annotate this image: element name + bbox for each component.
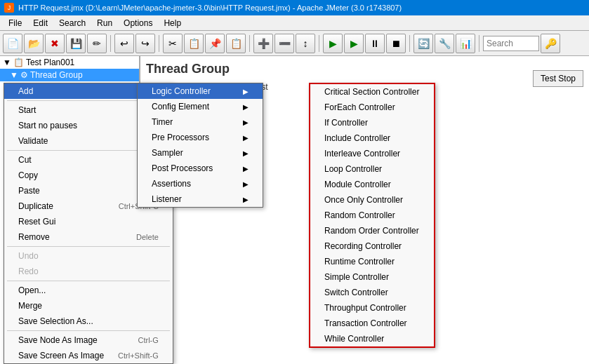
lc-item-label-9: Random Order Controller — [324, 226, 419, 236]
undo-button[interactable]: ↩ — [114, 34, 134, 53]
settings-button[interactable]: 🔧 — [435, 34, 454, 53]
paste2-button[interactable]: 📋 — [226, 34, 246, 53]
ctx-sep5 — [7, 330, 170, 331]
logic-controller-submenu[interactable]: Critical Section ControllerForEach Contr… — [309, 83, 435, 348]
lc-item-5[interactable]: Loop Controller — [310, 161, 434, 177]
add-timer-arrow: ▶ — [243, 119, 249, 126]
testplan-label: Test Plan001 — [26, 58, 74, 67]
clear-button[interactable]: 🔄 — [413, 34, 433, 53]
remove-toolbar-button[interactable]: ➖ — [274, 34, 294, 53]
lc-item-label-7: Once Only Controller — [324, 195, 403, 205]
ctx-open-label: Open... — [18, 285, 46, 295]
start-np-button[interactable]: ▶ — [344, 34, 364, 53]
ctx-save-screen-image[interactable]: Save Screen As Image Ctrl+Shift-G — [4, 348, 173, 363]
lc-item-3[interactable]: Include Controller — [310, 130, 434, 146]
add-sampler[interactable]: Sampler ▶ — [138, 145, 263, 161]
test-stop-button[interactable]: Test Stop — [533, 70, 583, 87]
add-timer-label: Timer — [152, 117, 173, 127]
start-button[interactable]: ▶ — [323, 34, 343, 53]
lc-item-1[interactable]: ForEach Controller — [310, 100, 434, 115]
new-button[interactable]: 📄 — [3, 34, 22, 53]
menu-help[interactable]: Help — [158, 17, 187, 29]
menu-search[interactable]: Search — [53, 17, 91, 29]
lc-item-7[interactable]: Once Only Controller — [310, 192, 434, 208]
add-config-element[interactable]: Config Element ▶ — [138, 99, 263, 114]
menu-file[interactable]: File — [3, 17, 27, 29]
lc-item-10[interactable]: Recording Controller — [310, 238, 434, 254]
menu-run[interactable]: Run — [91, 17, 118, 29]
edit-button[interactable]: ✏ — [87, 34, 107, 53]
ctx-remove-label: Remove — [18, 232, 50, 242]
menu-edit[interactable]: Edit — [27, 17, 53, 29]
add-config-label: Config Element — [152, 102, 209, 112]
sep5 — [409, 35, 410, 52]
add-toolbar-button[interactable]: ➕ — [253, 34, 273, 53]
add-sampler-arrow: ▶ — [243, 149, 249, 157]
save2-button[interactable]: 💾 — [66, 34, 86, 53]
add-logic-label: Logic Controller — [152, 86, 211, 96]
ctx-open[interactable]: Open... — [4, 283, 173, 298]
ctx-merge[interactable]: Merge — [4, 298, 173, 314]
ctx-paste-label: Paste — [18, 186, 40, 196]
add-assertions-arrow: ▶ — [243, 180, 249, 188]
ctx-start-label: Start — [18, 105, 36, 115]
lc-item-label-6: Module Controller — [324, 180, 391, 189]
add-listener[interactable]: Listener ▶ — [138, 191, 263, 207]
lc-item-12[interactable]: Simple Controller — [310, 269, 434, 285]
lc-item-13[interactable]: Switch Controller — [310, 285, 434, 300]
add-pre-processors[interactable]: Pre Processors ▶ — [138, 130, 263, 145]
ctx-undo: Undo — [4, 248, 173, 264]
ctx-save-node-image[interactable]: Save Node As Image Ctrl-G — [4, 332, 173, 348]
expand-icon2: ▼ — [10, 70, 18, 80]
lc-item-15[interactable]: Transaction Controller — [310, 316, 434, 331]
paste-button[interactable]: 📌 — [205, 34, 225, 53]
add-assertions[interactable]: Assertions ▶ — [138, 176, 263, 191]
key-button[interactable]: 🔑 — [541, 34, 560, 53]
ctx-reset-gui-label: Reset Gui — [18, 217, 55, 227]
ctx-remove[interactable]: Remove Delete — [4, 229, 173, 245]
lc-item-16[interactable]: While Controller — [310, 331, 434, 346]
toolbar: 📄 📂 ✖ 💾 ✏ ↩ ↪ ✂ 📋 📌 📋 ➕ ➖ ↕ ▶ ▶ ⏸ ⏹ 🔄 🔧 … — [0, 31, 589, 56]
lc-item-0[interactable]: Critical Section Controller — [310, 84, 434, 100]
ctx-reset-gui[interactable]: Reset Gui — [4, 214, 173, 229]
save-button[interactable]: ✖ — [45, 34, 65, 53]
tree-item-testplan[interactable]: ▼ 📋 Test Plan001 — [0, 56, 139, 69]
search-input[interactable] — [483, 36, 539, 51]
lc-item-label-16: While Controller — [324, 334, 384, 344]
summary-button[interactable]: 📊 — [456, 34, 475, 53]
menu-options[interactable]: Options — [118, 17, 158, 29]
lc-item-8[interactable]: Random Controller — [310, 208, 434, 223]
lc-item-9[interactable]: Random Order Controller — [310, 223, 434, 238]
add-listener-arrow: ▶ — [243, 196, 249, 203]
lc-item-label-4: Interleave Controller — [324, 149, 400, 159]
add-post-processors[interactable]: Post Processors ▶ — [138, 161, 263, 176]
cut-button[interactable]: ✂ — [163, 34, 183, 53]
move-button[interactable]: ↕ — [296, 34, 315, 53]
add-pre-label: Pre Processors — [152, 133, 209, 142]
lc-item-11[interactable]: Runtime Controller — [310, 254, 434, 269]
add-timer[interactable]: Timer ▶ — [138, 114, 263, 130]
lc-item-6[interactable]: Module Controller — [310, 177, 434, 192]
ctx-save-selection[interactable]: Save Selection As... — [4, 314, 173, 329]
add-config-arrow: ▶ — [243, 103, 249, 111]
redo-button[interactable]: ↪ — [135, 34, 155, 53]
lc-item-4[interactable]: Interleave Controller — [310, 146, 434, 161]
lc-item-label-14: Throughput Controller — [324, 303, 406, 313]
ctx-redo-label: Redo — [18, 267, 39, 276]
add-logic-arrow: ▶ — [243, 88, 249, 95]
stop-button[interactable]: ⏸ — [365, 34, 385, 53]
copy-button[interactable]: 📋 — [184, 34, 204, 53]
ctx-add-label: Add — [18, 86, 33, 96]
lc-item-14[interactable]: Throughput Controller — [310, 300, 434, 316]
add-logic-controller[interactable]: Logic Controller ▶ — [138, 83, 263, 99]
tree-item-threadgroup[interactable]: ▼ ⚙ Thread Group — [0, 69, 139, 81]
lc-item-label-1: ForEach Controller — [324, 102, 395, 112]
shutdown-button[interactable]: ⏹ — [386, 34, 406, 53]
test-stop-area: Test Stop — [533, 70, 583, 87]
lc-item-2[interactable]: If Controller — [310, 115, 434, 130]
add-submenu[interactable]: Logic Controller ▶ Config Element ▶ Time… — [137, 83, 263, 208]
lc-item-label-15: Transaction Controller — [324, 318, 407, 328]
ctx-remove-shortcut: Delete — [136, 233, 159, 241]
expand-icon: ▼ — [3, 58, 11, 67]
open-button[interactable]: 📂 — [24, 34, 44, 53]
